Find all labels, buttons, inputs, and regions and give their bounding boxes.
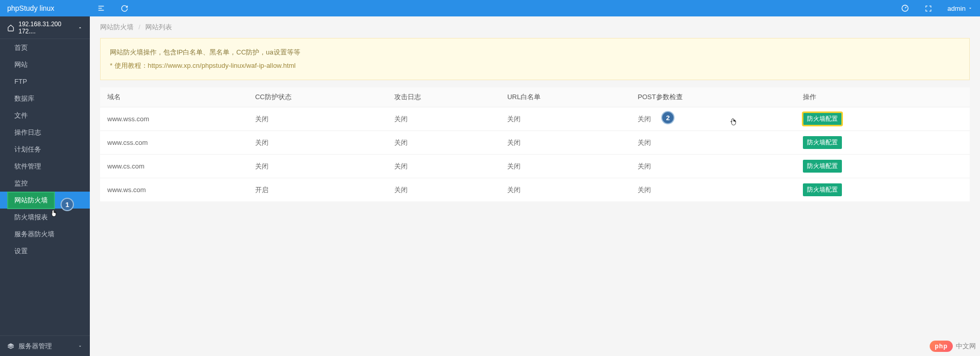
nav-waf-report[interactable]: 防火墙报表 <box>0 209 90 226</box>
watermark-text: 中文网 <box>956 342 976 351</box>
chevron-down-icon <box>78 344 83 349</box>
nav-website[interactable]: 网站 <box>0 56 90 73</box>
cell-whitelist: 关闭 <box>500 107 630 131</box>
nav-settings[interactable]: 设置 <box>0 242 90 259</box>
nav-item-label: 网站 <box>14 60 28 69</box>
cell-log: 关闭 <box>387 131 500 155</box>
nav-home[interactable]: 首页 <box>0 39 90 56</box>
cell-domain: www.css.com <box>100 131 248 155</box>
cell-cc: 关闭 <box>248 155 387 178</box>
col-whitelist: URL白名单 <box>500 87 630 107</box>
nav-item-label: 计划任务 <box>14 145 41 154</box>
home-icon <box>7 24 14 31</box>
table-row: www.css.com 关闭 关闭 关闭 关闭 防火墙配置 <box>100 131 970 155</box>
cell-whitelist: 关闭 <box>500 178 630 202</box>
info-tutorial-link[interactable]: https://www.xp.cn/phpstudy-linux/waf-ip-… <box>148 62 296 69</box>
dashboard-icon[interactable] <box>901 4 909 12</box>
col-cc: CC防护状态 <box>248 87 387 107</box>
table-row: www.wss.com 关闭 关闭 关闭 关闭 防火墙配置 <box>100 107 970 131</box>
nav-database[interactable]: 数据库 <box>0 90 90 107</box>
brand-title: phpStudy linux <box>0 0 90 16</box>
cell-post: 关闭 <box>630 107 796 131</box>
cell-post: 关闭 <box>630 155 796 178</box>
nav-item-label: 网站防火墙 <box>7 192 55 209</box>
stack-icon <box>7 343 14 350</box>
cell-log: 关闭 <box>387 155 500 178</box>
table-row: www.ws.com 开启 关闭 关闭 关闭 防火墙配置 <box>100 178 970 202</box>
user-menu[interactable]: admin <box>948 5 973 12</box>
annotation-callout-2: 2 <box>661 111 675 124</box>
menu-toggle-icon[interactable] <box>97 4 105 12</box>
cursor-icon <box>50 209 58 218</box>
nav-item-label: 文件 <box>14 111 28 120</box>
nav-item-label: 数据库 <box>14 94 34 103</box>
breadcrumb: 网站防火墙 / 网站列表 <box>90 16 980 38</box>
nav-monitor[interactable]: 监控 <box>0 175 90 192</box>
nav-list: 首页 网站 FTP 数据库 文件 操作日志 计划任务 软件管理 监控 网站防火墙… <box>0 39 90 335</box>
user-label: admin <box>948 5 966 12</box>
breadcrumb-current: 网站列表 <box>145 23 172 31</box>
config-button[interactable]: 防火墙配置 <box>803 183 842 196</box>
nav-oplogs[interactable]: 操作日志 <box>0 124 90 141</box>
nav-files[interactable]: 文件 <box>0 107 90 124</box>
info-box: 网站防火墙操作，包含IP白名单、黑名单，CC防护，ua设置等等 * 使用教程：h… <box>100 38 970 80</box>
refresh-icon[interactable] <box>121 4 128 12</box>
nav-waf[interactable]: 网站防火墙 <box>0 192 90 209</box>
config-button[interactable]: 防火墙配置 <box>803 136 842 149</box>
waf-table: 域名 CC防护状态 攻击日志 URL白名单 POST参数检查 操作 www.ws… <box>100 87 970 201</box>
nav-item-label: FTP <box>14 78 27 85</box>
cell-domain: www.cs.com <box>100 155 248 178</box>
nav-software[interactable]: 软件管理 <box>0 158 90 175</box>
sidebar: phpStudy linux 192.168.31.200 172.... 首页… <box>0 0 90 356</box>
sidebar-footer-label: 服务器管理 <box>18 342 52 351</box>
info-line1: 网站防火墙操作，包含IP白名单、黑名单，CC防护，ua设置等等 <box>110 46 960 59</box>
info-line2-prefix: * 使用教程： <box>110 62 148 69</box>
nav-item-label: 软件管理 <box>14 162 41 171</box>
cell-post: 关闭 <box>630 178 796 202</box>
table-header-row: 域名 CC防护状态 攻击日志 URL白名单 POST参数检查 操作 <box>100 87 970 107</box>
cell-whitelist: 关闭 <box>500 131 630 155</box>
watermark: php 中文网 <box>930 341 976 352</box>
breadcrumb-sep: / <box>139 23 141 31</box>
nav-cron[interactable]: 计划任务 <box>0 141 90 158</box>
nav-item-label: 服务器防火墙 <box>14 230 54 239</box>
info-line2: * 使用教程：https://www.xp.cn/phpstudy-linux/… <box>110 59 960 72</box>
cell-domain: www.wss.com <box>100 107 248 131</box>
col-action: 操作 <box>796 87 970 107</box>
cursor-icon <box>729 118 738 127</box>
content: 网站防火墙操作，包含IP白名单、黑名单，CC防护，ua设置等等 * 使用教程：h… <box>90 38 980 212</box>
nav-item-label: 防火墙报表 <box>14 213 48 222</box>
cell-cc: 关闭 <box>248 107 387 131</box>
cell-domain: www.ws.com <box>100 178 248 202</box>
col-log: 攻击日志 <box>387 87 500 107</box>
breadcrumb-root[interactable]: 网站防火墙 <box>100 23 133 31</box>
config-button[interactable]: 防火墙配置 <box>803 160 842 173</box>
cell-log: 关闭 <box>387 107 500 131</box>
nav-server-firewall[interactable]: 服务器防火墙 <box>0 226 90 242</box>
col-post: POST参数检查 <box>630 87 796 107</box>
sidebar-footer[interactable]: 服务器管理 <box>0 335 90 356</box>
chevron-up-icon <box>78 25 83 30</box>
cell-log: 关闭 <box>387 178 500 202</box>
nav-ftp[interactable]: FTP <box>0 73 90 90</box>
watermark-badge: php <box>930 341 953 352</box>
server-label: 192.168.31.200 172.... <box>18 21 78 35</box>
cell-post: 关闭 <box>630 131 796 155</box>
col-domain: 域名 <box>100 87 248 107</box>
nav-item-label: 操作日志 <box>14 128 41 137</box>
main-area: admin 网站防火墙 / 网站列表 网站防火墙操作，包含IP白名单、黑名单，C… <box>90 0 980 356</box>
nav-item-label: 首页 <box>14 43 28 52</box>
cell-cc: 开启 <box>248 178 387 202</box>
cell-whitelist: 关闭 <box>500 155 630 178</box>
table-row: www.cs.com 关闭 关闭 关闭 关闭 防火墙配置 <box>100 155 970 178</box>
topbar: admin <box>90 0 980 16</box>
nav-item-label: 监控 <box>14 179 28 188</box>
cell-cc: 关闭 <box>248 131 387 155</box>
nav-item-label: 设置 <box>14 247 28 256</box>
server-selector[interactable]: 192.168.31.200 172.... <box>0 16 90 39</box>
config-button[interactable]: 防火墙配置 <box>803 113 842 125</box>
annotation-callout-1: 1 <box>61 198 74 211</box>
fullscreen-icon[interactable] <box>925 5 932 12</box>
